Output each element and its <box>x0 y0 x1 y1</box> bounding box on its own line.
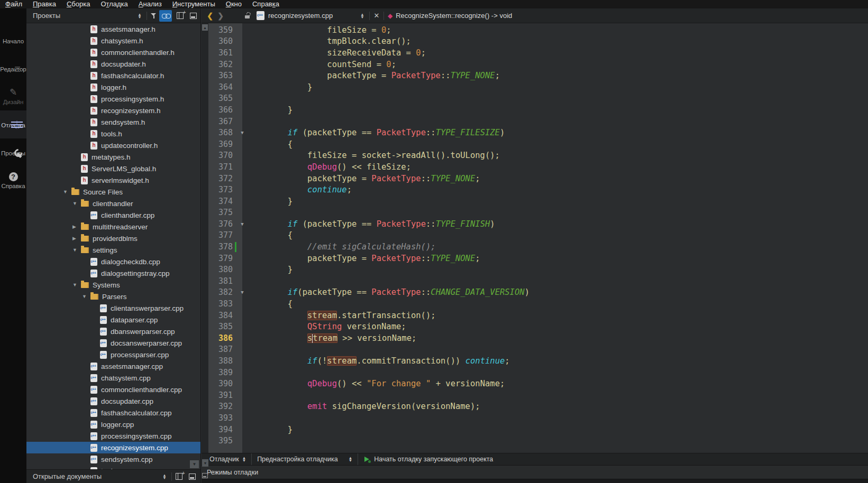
tree-folder-row[interactable]: ▼clienthandler <box>26 198 200 209</box>
tree-file-row[interactable]: dialogcheckdb.cpp <box>26 256 200 267</box>
code-text[interactable]: } <box>248 82 868 92</box>
code-text[interactable]: packetType = PacketType::TYPE_NONE; <box>248 71 868 80</box>
line-number[interactable]: 392 <box>208 402 235 411</box>
menu-item[interactable]: Правка <box>28 0 61 8</box>
tree-folder-row[interactable]: ▶multithreadserver <box>26 221 200 233</box>
current-symbol[interactable]: RecognizeSystem::recognize() -> void <box>396 12 512 20</box>
tree-file-row[interactable]: ServerLMS_global.h <box>26 163 200 174</box>
code-text[interactable]: stream.startTransaction(); <box>248 311 868 320</box>
tree-file-row[interactable]: updatecontroller.h <box>26 140 200 151</box>
debugger-selector-arrows[interactable]: ▲▼ <box>242 457 246 462</box>
filter-icon[interactable] <box>149 10 159 22</box>
tree-file-row[interactable]: docsupdater.cpp <box>26 395 200 407</box>
code-line[interactable]: 378 //emit sigCalculateHash(); <box>202 241 868 253</box>
tree-file-row[interactable]: dbanswerparser.cpp <box>26 326 200 337</box>
code-line[interactable]: 366 } <box>202 104 868 116</box>
tree-file-row[interactable]: logger.cpp <box>26 419 200 430</box>
code-text[interactable]: QString versionName; <box>248 322 868 331</box>
line-number[interactable]: 373 <box>208 185 235 194</box>
tree-file-row[interactable]: docsanswerparser.cpp <box>26 337 200 349</box>
debug-preset-selector[interactable]: Преднастройка отладчика <box>257 456 338 463</box>
code-line[interactable]: 375 <box>202 207 868 219</box>
code-line[interactable]: 393 <box>202 412 868 424</box>
tree-file-row[interactable]: docsupdater.h <box>26 58 200 70</box>
menu-item[interactable]: Окно <box>221 0 247 8</box>
code-line[interactable]: 360 tmpBlock.clear(); <box>202 36 868 48</box>
line-number[interactable]: 371 <box>208 162 235 172</box>
code-line[interactable]: 388 if(!stream.commitTransaction()) cont… <box>202 355 868 367</box>
nav-forward-icon[interactable]: ❯ <box>215 10 226 22</box>
code-editor[interactable]: ▲ 359 fileSize = 0;360 tmpBlock.clear();… <box>202 23 868 453</box>
code-text[interactable]: //emit sigCalculateHash(); <box>248 242 868 252</box>
code-line[interactable]: 364 } <box>202 81 868 93</box>
tree-file-row[interactable]: sendsystem.cpp <box>26 453 200 465</box>
tree-file-row[interactable]: fasthashcalculator.cpp <box>26 407 200 419</box>
start-debug-label[interactable]: Начать отладку запускающего проекта <box>374 456 493 463</box>
code-line[interactable]: 361 sizeReceiveData = 0; <box>202 47 868 59</box>
tree-file-row[interactable]: dataparser.cpp <box>26 314 200 326</box>
tree-file-row[interactable]: processparser.cpp <box>26 349 200 360</box>
code-line[interactable]: 380 } <box>202 264 868 275</box>
mode-document[interactable]: Редактор <box>0 54 26 82</box>
tree-file-row[interactable]: chatsystem.cpp <box>26 372 200 384</box>
tree-file-row[interactable]: sendsystem.h <box>26 116 200 128</box>
code-line[interactable]: 369 { <box>202 138 868 150</box>
mode-bug[interactable]: Отладка <box>0 110 26 138</box>
code-text[interactable]: continue; <box>248 185 868 194</box>
tree-file-row[interactable]: logger.h <box>26 81 200 93</box>
line-number[interactable]: 389 <box>208 368 235 377</box>
link-with-editor-icon[interactable] <box>159 10 172 22</box>
code-line[interactable]: 387 <box>202 344 868 356</box>
code-text[interactable]: if (packetType == PacketType::TYPE_FINIS… <box>248 219 868 229</box>
line-number[interactable]: 379 <box>208 254 235 263</box>
line-number[interactable]: 381 <box>208 276 235 286</box>
code-text[interactable]: { <box>248 299 868 309</box>
fold-marker-icon[interactable]: ▼ <box>236 221 248 227</box>
start-debug-icon[interactable] <box>363 456 371 463</box>
line-number[interactable]: 370 <box>208 151 235 160</box>
line-number[interactable]: 387 <box>208 345 235 354</box>
menu-item[interactable]: Файл <box>0 0 28 8</box>
menu-item[interactable]: Справка <box>247 0 285 8</box>
tree-file-row[interactable]: clientanswerparser.cpp <box>26 302 200 314</box>
line-number[interactable]: 375 <box>208 208 235 217</box>
code-line[interactable]: 389 <box>202 367 868 378</box>
code-text[interactable]: packetType = PacketType::TYPE_NONE; <box>248 254 868 263</box>
code-text[interactable]: } <box>248 197 868 206</box>
expand-arrow-icon[interactable]: ▼ <box>72 201 81 206</box>
line-number[interactable]: 367 <box>208 117 235 126</box>
tree-scroll-down-icon[interactable]: ▼ <box>190 460 199 468</box>
code-line[interactable]: 386 stream >> versionName; <box>202 332 868 344</box>
tree-file-row[interactable]: tools.cpp <box>26 465 200 469</box>
open-document-title[interactable]: recognizesystem.cpp <box>268 12 357 20</box>
split-add-icon[interactable] <box>173 471 184 482</box>
code-line[interactable]: 367 <box>202 116 868 127</box>
line-number[interactable]: 388 <box>208 356 235 366</box>
line-number[interactable]: 362 <box>208 60 235 69</box>
line-number[interactable]: 360 <box>208 36 235 46</box>
line-number[interactable]: 374 <box>208 197 235 206</box>
code-line[interactable]: 363 packetType = PacketType::TYPE_NONE; <box>202 70 868 81</box>
code-line[interactable]: 391 <box>202 389 868 401</box>
nav-back-icon[interactable]: ❮ <box>205 10 215 22</box>
code-line[interactable]: 390 qDebug() << "For change " + versionN… <box>202 378 868 389</box>
line-number[interactable]: 390 <box>208 379 235 388</box>
tree-folder-row[interactable]: ▶providerdblms <box>26 233 200 244</box>
tree-folder-row[interactable]: ▼Source Files <box>26 186 200 198</box>
fold-marker-icon[interactable]: ▼ <box>236 130 248 135</box>
code-text[interactable]: fileSize = socket->readAll().toULong(); <box>248 151 868 160</box>
tree-file-row[interactable]: dialogsettingstray.cpp <box>26 267 200 279</box>
tree-file-row[interactable]: chatsystem.h <box>26 35 200 47</box>
code-line[interactable]: 376▼ if (packetType == PacketType::TYPE_… <box>202 218 868 230</box>
close-document-icon[interactable]: ✕ <box>371 10 382 22</box>
line-number[interactable]: 364 <box>208 82 235 92</box>
code-text[interactable]: } <box>248 105 868 115</box>
code-line[interactable]: 365 <box>202 93 868 105</box>
line-number[interactable]: 378 <box>208 242 235 252</box>
line-number[interactable]: 361 <box>208 48 235 58</box>
collapse-pane-icon[interactable] <box>187 471 197 482</box>
line-number[interactable]: 386 <box>208 333 235 343</box>
code-line[interactable]: 374 } <box>202 196 868 207</box>
mode-help[interactable]: ?Справка <box>0 166 26 194</box>
tree-folder-row[interactable]: ▼settings <box>26 244 200 256</box>
